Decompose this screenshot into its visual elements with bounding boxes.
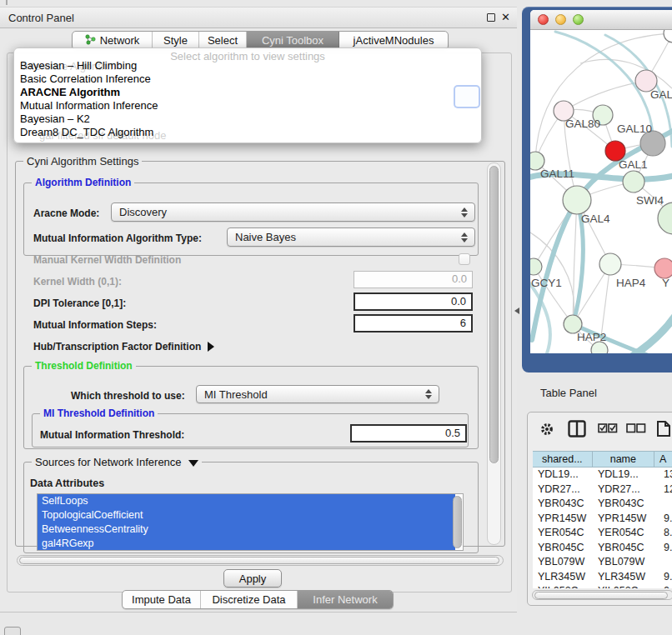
control-panel-titlebar[interactable]: Control Panel ✕ <box>0 8 517 28</box>
table-row[interactable]: YDL19...YDL19...13 <box>533 468 672 482</box>
node-partial-bottom[interactable] <box>591 342 608 353</box>
threshold-definition-title: Threshold Definition <box>32 360 136 372</box>
hub-definition-toggle[interactable]: Hub/Transcription Factor Definition <box>33 341 214 352</box>
combo-stepper-icon <box>461 208 469 218</box>
node-pink-right[interactable] <box>654 258 672 278</box>
hidden-focused-combo-hint <box>454 85 480 108</box>
settings-hscrollbar-thumb[interactable] <box>19 557 499 564</box>
list-item[interactable]: gal4RGexp <box>38 537 455 551</box>
tab-style[interactable]: Style <box>153 32 199 49</box>
settings-hscrollbar[interactable] <box>17 555 504 566</box>
close-traffic-light-icon[interactable] <box>538 14 549 25</box>
list-item[interactable]: SelfLoops <box>38 494 455 508</box>
bottom-left-partial-button[interactable] <box>4 627 21 635</box>
network-window[interactable]: GAL GAL80 GAL10 GAL1 GAL11 SWI4 GAL4 GCY… <box>530 10 672 353</box>
dpi-tolerance-input[interactable]: 0.0 <box>354 292 473 311</box>
aracne-mode-select[interactable]: Discovery <box>111 202 475 222</box>
node-partial-top[interactable] <box>664 30 672 42</box>
tab-network[interactable]: Network <box>73 32 153 49</box>
expanded-arrow-icon <box>188 460 198 467</box>
menu-item-bayesian-hill-climbing[interactable]: Bayesian – Hill Climbing <box>20 59 137 72</box>
cell-shared-name: YBR045C <box>538 541 584 556</box>
node-gcy1[interactable] <box>530 258 542 275</box>
node-gal4[interactable] <box>563 186 591 214</box>
dpi-tolerance-label: DPI Tolerance [0,1]: <box>33 298 126 309</box>
data-attributes-list[interactable]: SelfLoops TopologicalCoefficient Between… <box>37 493 464 551</box>
mi-threshold-label: Mutual Information Threshold: <box>40 429 184 441</box>
tab-select-label: Select <box>208 34 238 47</box>
menu-item-dream8[interactable]: Dream8 DC_TDC Algorithm <box>20 126 153 138</box>
data-attributes-label: Data Attributes <box>30 478 104 489</box>
node-hap4[interactable] <box>599 253 621 275</box>
table-hscrollbar-thumb[interactable] <box>534 592 668 599</box>
table-row[interactable]: YLR345WYLR345W9. <box>533 570 672 585</box>
table-row[interactable]: YBR043CYBR043C <box>533 497 672 512</box>
table-row[interactable]: YER054CYER054C8. <box>533 526 672 541</box>
settings-scrollbar-thumb[interactable] <box>489 166 499 463</box>
tab-style-label: Style <box>163 34 188 47</box>
minimize-traffic-light-icon[interactable] <box>555 14 566 25</box>
combo-stepper-icon <box>461 232 469 242</box>
sources-toggle[interactable]: Sources for Network Inference <box>32 456 202 468</box>
export-table-icon[interactable] <box>656 419 672 438</box>
manual-kernel-label: Manual Kernel Width Definition <box>33 254 181 266</box>
mi-type-value: Naive Bayes <box>235 231 296 243</box>
tab-infer-network[interactable]: Infer Network <box>298 591 393 608</box>
float-window-icon[interactable] <box>487 13 495 22</box>
cell-shared-name: YPR145W <box>538 512 586 527</box>
network-nodes[interactable] <box>530 30 672 353</box>
deselect-all-columns-icon[interactable] <box>626 423 646 433</box>
cell-name: YBL079W <box>598 555 644 570</box>
zoom-traffic-light-icon[interactable] <box>573 14 584 25</box>
manual-kernel-checkbox[interactable] <box>459 253 470 265</box>
tab-network-label: Network <box>100 34 140 47</box>
tab-cyni-toolbox[interactable]: Cyni Toolbox <box>247 32 339 49</box>
menu-item-aracne[interactable]: ARACNE Algorithm <box>20 86 120 98</box>
table-row[interactable]: YBL079WYBL079W <box>533 555 672 570</box>
gear-icon[interactable] <box>539 422 554 437</box>
tab-jactivemnodules-label: jActiveMNodules <box>354 34 434 47</box>
node-partial-right[interactable] <box>658 202 672 234</box>
select-all-columns-icon[interactable] <box>598 423 618 433</box>
attributes-scrollbar-thumb[interactable] <box>453 496 462 548</box>
panel-title: Control Panel <box>8 12 74 24</box>
network-canvas[interactable]: GAL GAL80 GAL10 GAL1 GAL11 SWI4 GAL4 GCY… <box>530 30 672 353</box>
table-hscrollbar[interactable] <box>532 590 672 600</box>
list-item[interactable]: TopologicalCoefficient <box>38 508 455 522</box>
tab-impute-data[interactable]: Impute Data <box>123 591 201 608</box>
column-header-partial[interactable]: A <box>654 452 672 467</box>
algorithm-definition-title: Algorithm Definition <box>32 177 134 188</box>
tab-select[interactable]: Select <box>199 32 247 49</box>
tab-jactivemnodules[interactable]: jActiveMNodules <box>339 32 448 49</box>
label-hap4: HAP4 <box>616 277 646 289</box>
table-row[interactable]: YPR145WYPR145W9. <box>533 512 672 527</box>
column-browser-icon[interactable] <box>568 420 586 438</box>
kernel-width-input[interactable]: 0.0 <box>354 271 473 288</box>
which-threshold-select[interactable]: MI Threshold <box>196 385 439 403</box>
table-row[interactable]: YIL052CYIL052C0. <box>533 584 672 588</box>
table-row[interactable]: YBR045CYBR045C9. <box>533 541 672 556</box>
menu-item-bayesian-k2[interactable]: Bayesian – K2 <box>20 112 90 125</box>
column-header-name[interactable]: name <box>593 452 655 467</box>
table-row[interactable]: YDR27...YDR27...12 <box>533 482 672 498</box>
mi-steps-input[interactable]: 6 <box>354 314 473 332</box>
table-body[interactable]: YDL19...YDL19...13 YDR27...YDR27...12 YB… <box>533 468 672 588</box>
close-icon[interactable]: ✕ <box>501 11 510 23</box>
settings-scrollbar[interactable] <box>487 162 501 545</box>
node-swi4[interactable] <box>623 171 644 192</box>
table-header: shared... name A <box>533 451 672 468</box>
column-header-shared-name[interactable]: shared... <box>533 452 593 467</box>
label-y-partial: Y <box>662 277 669 289</box>
network-window-titlebar[interactable] <box>530 10 672 30</box>
menu-item-basic-correlation[interactable]: Basic Correlation Inference <box>20 72 151 85</box>
mi-type-select[interactable]: Naive Bayes <box>227 228 475 247</box>
cell-shared-name: YDL19... <box>538 468 579 482</box>
cell-name: YER054C <box>598 526 644 541</box>
list-item[interactable]: BetweennessCentrality <box>38 522 455 537</box>
splitpane-collapse-arrow[interactable] <box>514 308 519 314</box>
tab-discretize-data[interactable]: Discretize Data <box>201 591 298 608</box>
apply-button[interactable]: Apply <box>223 569 282 588</box>
cell-name: YBR045C <box>598 541 644 556</box>
menu-item-mutual-information[interactable]: Mutual Information Inference <box>20 99 158 112</box>
mi-threshold-input[interactable]: 0.5 <box>350 424 467 442</box>
